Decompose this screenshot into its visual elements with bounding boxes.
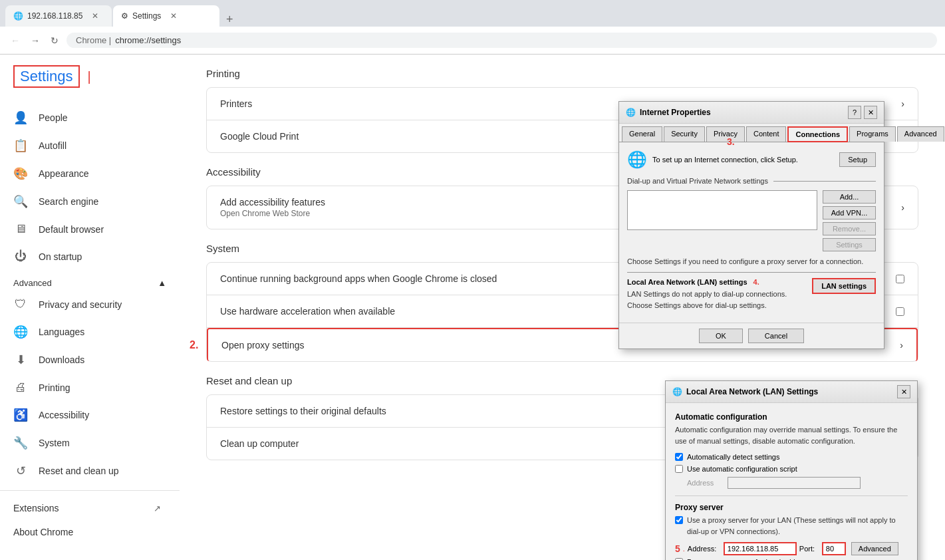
dialog-close-btn[interactable]: ✕ (864, 106, 877, 119)
proxy-checkbox[interactable] (675, 516, 683, 524)
lan-section-label: Local Area Network (LAN) settings 4. (627, 278, 807, 286)
tab-content[interactable]: Content (746, 126, 787, 142)
sidebar-item-downloads[interactable]: ⬇ Downloads (0, 346, 174, 374)
port-input[interactable] (822, 542, 846, 555)
tab-privacy[interactable]: Privacy (706, 126, 745, 142)
accessibility-item-title: Add accessibility features (220, 197, 325, 208)
proxy-server-desc-label: Use a proxy server for your LAN (These s… (687, 515, 908, 537)
address-bar: ← → ↻ Chrome | chrome://settings (0, 27, 945, 55)
sidebar-item-privacy[interactable]: 🛡 Privacy and security (0, 291, 174, 318)
sidebar-reset-label: Reset and clean up (39, 466, 119, 476)
tab-general[interactable]: General (622, 126, 662, 142)
lan-section: Local Area Network (LAN) settings 4. LAN… (627, 278, 807, 315)
proxy-server-desc: Use a proxy server for your LAN (These s… (675, 515, 908, 537)
setup-btn[interactable]: Setup (839, 152, 876, 167)
sidebar-item-reset[interactable]: ↺ Reset and clean up (0, 457, 174, 485)
lan-dialog-close-btn[interactable]: ✕ (897, 385, 910, 398)
address-input[interactable] (728, 477, 861, 489)
startup-icon: ⏻ (13, 249, 28, 263)
new-tab-button[interactable]: + (221, 13, 239, 27)
globe-icon-2: 🌐 (627, 150, 647, 169)
close-tab-settings[interactable]: ✕ (170, 11, 177, 21)
advanced-chevron[interactable]: ▲ (158, 278, 166, 288)
tab-advanced[interactable]: Advanced (897, 126, 944, 142)
url-bar[interactable]: Chrome | chrome://settings (67, 33, 937, 48)
sidebar-item-printing[interactable]: 🖨 Printing (0, 374, 174, 401)
settings-btn[interactable]: Settings (823, 238, 876, 251)
sidebar-item-extensions[interactable]: Extensions ↗ (0, 496, 174, 520)
internet-props-ok-btn[interactable]: OK (699, 329, 743, 343)
sidebar-item-default-browser[interactable]: 🖥 Default browser (0, 215, 174, 243)
internet-props-dialog: 🌐 Internet Properties ? ✕ General Securi… (618, 101, 884, 349)
back-button[interactable]: ← (8, 33, 23, 49)
lan-dialog-body: Automatic configuration Automatic config… (666, 403, 917, 560)
step5-annotation: 5 (675, 543, 680, 554)
people-icon: 👤 (13, 110, 28, 125)
background-apps-toggle[interactable] (896, 275, 904, 283)
lan-dialog-icon: 🌐 (672, 387, 682, 396)
proxy-advanced-btn[interactable]: Advanced (851, 542, 898, 555)
browser-icon: 🖥 (13, 222, 28, 236)
refresh-button[interactable]: ↻ (48, 33, 61, 49)
lan-desc: LAN Settings do not apply to dial-up con… (627, 289, 807, 311)
dialog-help-btn[interactable]: ? (848, 106, 861, 119)
tab-security[interactable]: Security (664, 126, 705, 142)
port-label: Port: (799, 545, 819, 553)
lan-dialog-titlebar: 🌐 Local Area Network (LAN) Settings ✕ (666, 381, 917, 403)
vpn-listbox[interactable] (627, 190, 817, 230)
sidebar-item-system[interactable]: 🔧 System (0, 429, 174, 457)
lan-dialog-title: 🌐 Local Area Network (LAN) Settings (672, 387, 818, 396)
lan-dialog-controls: ✕ (897, 385, 910, 398)
sidebar-item-languages[interactable]: 🌐 Languages (0, 318, 174, 346)
tab-settings-favicon: ⚙ (121, 11, 128, 21)
hardware-accel-toggle[interactable] (896, 307, 904, 316)
sidebar-item-accessibility[interactable]: ♿ Accessibility (0, 401, 174, 429)
lan-divider (627, 272, 876, 273)
internet-props-cancel-btn[interactable]: Cancel (748, 329, 804, 343)
advanced-label: Advanced (13, 278, 52, 288)
step5-dot: . (683, 545, 685, 553)
accessibility-icon: ♿ (13, 408, 28, 422)
sidebar-browser-label: Default browser (39, 224, 104, 235)
system-icon: 🔧 (13, 436, 28, 450)
internet-props-body: 🌐 To set up an Internet connection, clic… (619, 142, 884, 323)
sidebar-item-people[interactable]: 👤 People (0, 104, 174, 132)
reset-icon: ↺ (13, 464, 28, 478)
sidebar-autofill-label: Autofill (39, 140, 67, 151)
sidebar: Settings | 👤 People 📋 Autofill 🎨 Appeara… (0, 55, 180, 560)
auto-script-checkbox[interactable] (675, 465, 683, 473)
remove-btn[interactable]: Remove... (823, 222, 876, 235)
config-address-row: Address (675, 477, 908, 489)
sidebar-item-about[interactable]: About Chrome (0, 520, 174, 544)
sidebar-header: Settings | (0, 55, 180, 98)
sidebar-system-label: System (39, 438, 70, 448)
proxy-server-title: Proxy server (675, 503, 908, 512)
sidebar-item-autofill[interactable]: 📋 Autofill (0, 132, 174, 160)
tab-programs[interactable]: Programs (849, 126, 896, 142)
tab-settings[interactable]: ⚙ Settings ✕ (113, 5, 219, 27)
close-tab-192[interactable]: ✕ (92, 11, 98, 21)
sidebar-item-startup[interactable]: ⏻ On startup (0, 243, 174, 270)
extensions-external-icon: ↗ (154, 503, 161, 513)
tab-connections[interactable]: Connections (787, 126, 848, 142)
tab-192[interactable]: 🌐 192.168.118.85 ✕ (5, 5, 112, 27)
dialog-controls: ? ✕ (848, 106, 877, 119)
setup-row: 🌐 To set up an Internet connection, clic… (627, 150, 876, 169)
lan-settings-btn[interactable]: LAN settings (812, 278, 876, 294)
step3-annotation: 3. (727, 136, 735, 147)
advanced-section: Advanced ▲ (0, 270, 180, 291)
restore-defaults-label: Restore settings to their original defau… (220, 406, 386, 416)
add-vpn-btn[interactable]: Add VPN... (823, 206, 876, 219)
autofill-icon: 📋 (13, 138, 28, 153)
internet-props-footer: OK Cancel (619, 323, 884, 349)
dialup-section-label: Dial-up and Virtual Private Network sett… (627, 177, 876, 185)
sidebar-item-search[interactable]: 🔍 Search engine (0, 188, 174, 215)
add-btn[interactable]: Add... (823, 190, 876, 204)
forward-button[interactable]: → (28, 33, 43, 49)
auto-detect-checkbox[interactable] (675, 453, 683, 461)
sidebar-item-appearance[interactable]: 🎨 Appearance (0, 160, 174, 188)
sidebar-startup-label: On startup (39, 251, 82, 262)
proxy-addr-input[interactable] (724, 542, 797, 555)
languages-icon: 🌐 (13, 325, 28, 339)
accessibility-item-content: Add accessibility features Open Chrome W… (220, 197, 325, 218)
